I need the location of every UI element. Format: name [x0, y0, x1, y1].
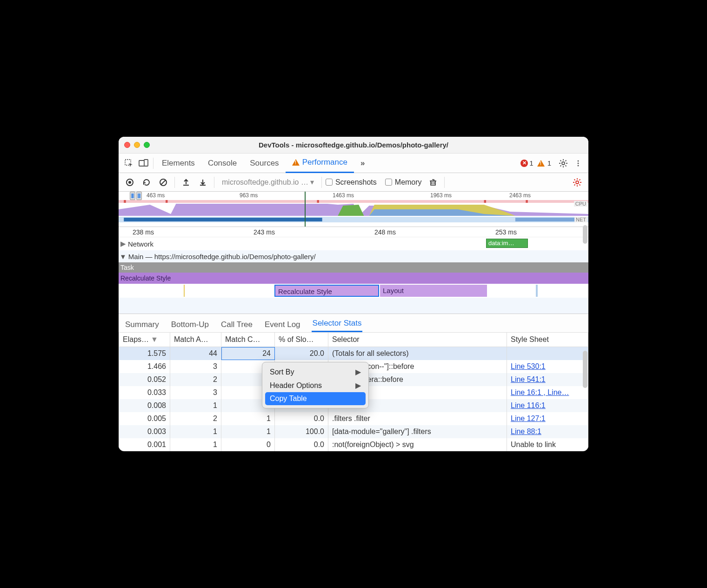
reload-icon[interactable]: [139, 175, 154, 190]
tab-summary[interactable]: Summary: [124, 316, 160, 332]
cell-elapsed: 0.001: [119, 438, 170, 451]
cell-selector: .filters .filter: [328, 412, 507, 425]
tabs-overflow[interactable]: »: [354, 154, 371, 173]
col-elapsed[interactable]: Elaps…▼: [119, 333, 170, 347]
cell-match-attempts: 1: [170, 399, 221, 412]
overview-tick: 1963 ms: [430, 192, 452, 199]
cell-match-count: 1: [221, 425, 275, 438]
task-bar[interactable]: Task: [119, 262, 588, 273]
more-menu-icon[interactable]: [571, 156, 586, 171]
cell-selector: [data-module="gallery"] .filters: [328, 425, 507, 438]
col-selector[interactable]: Selector: [328, 333, 507, 347]
col-match-count[interactable]: Match C…: [221, 333, 275, 347]
memory-checkbox[interactable]: Memory: [385, 178, 422, 187]
ctx-copy-table[interactable]: Copy Table: [265, 392, 366, 405]
target-dropdown-label: microsoftedge.github.io …: [222, 178, 308, 187]
stylesheet-link[interactable]: Line 530:1: [511, 362, 546, 370]
ctx-sort-by[interactable]: Sort By ▶: [262, 365, 368, 379]
overview-marker: [305, 192, 306, 227]
recalc-style-bar-2[interactable]: Recalculate Style: [274, 285, 379, 297]
cell-stylesheet: [507, 347, 588, 361]
tab-performance-label: Performance: [302, 158, 347, 167]
cell-pct-slow: 20.0: [275, 347, 328, 361]
detail-tick: 253 ms: [495, 228, 517, 236]
tab-console[interactable]: Console: [201, 154, 243, 173]
timeline-overview[interactable]: 463 ms 963 ms 1463 ms 1963 ms 2463 ms CP…: [119, 192, 588, 227]
screenshots-label: Screenshots: [335, 178, 377, 187]
cell-stylesheet: Line 116:1: [507, 399, 588, 412]
flame-spacer: [119, 298, 588, 314]
clear-icon[interactable]: [156, 175, 171, 190]
screenshots-checkbox[interactable]: Screenshots: [326, 178, 377, 187]
garbage-collect-icon[interactable]: [426, 175, 440, 190]
context-menu: Sort By ▶ Header Options ▶ Copy Table: [262, 362, 369, 408]
table-row[interactable]: 0.00311100.0[data-module="gallery"] .fil…: [119, 425, 588, 438]
cpu-label: CPU: [574, 201, 587, 207]
svg-rect-20: [124, 218, 322, 221]
col-match-attempts[interactable]: Match A…: [170, 333, 221, 347]
cell-elapsed: 1.466: [119, 360, 170, 373]
sort-desc-icon: ▼: [151, 335, 158, 343]
scrollbar[interactable]: [583, 225, 587, 244]
col-stylesheet[interactable]: Style Sheet: [507, 333, 588, 347]
warnings-count: 1: [547, 159, 551, 167]
svg-point-12: [576, 181, 579, 184]
upload-icon[interactable]: [179, 175, 193, 190]
errors-badge[interactable]: ✕ 1: [520, 159, 533, 167]
tab-performance[interactable]: Performance: [286, 154, 354, 173]
expand-icon[interactable]: ▶: [120, 240, 126, 248]
svg-line-10: [161, 180, 166, 185]
cell-elapsed: 0.052: [119, 373, 170, 386]
capture-settings-icon[interactable]: [570, 175, 585, 190]
titlebar: DevTools - microsoftedge.github.io/Demos…: [119, 137, 588, 154]
svg-rect-13: [119, 200, 588, 203]
warnings-badge[interactable]: 1: [537, 159, 551, 167]
download-icon[interactable]: [195, 175, 210, 190]
device-toolbar-icon[interactable]: [136, 156, 151, 171]
overview-tick: 963 ms: [240, 192, 258, 199]
tab-bottom-up[interactable]: Bottom-Up: [170, 316, 210, 332]
network-label: Network: [127, 240, 153, 248]
tab-sources[interactable]: Sources: [243, 154, 285, 173]
stylesheet-link[interactable]: Line 541:1: [511, 375, 546, 383]
table-row[interactable]: 1.575442420.0(Totals for all selectors): [119, 347, 588, 361]
stylesheet-link[interactable]: Line 127:1: [511, 414, 546, 422]
collapse-icon[interactable]: ▼: [120, 253, 127, 261]
col-pct-slow[interactable]: % of Slo…: [275, 333, 328, 347]
recalc-style-bar-1[interactable]: Recalculate Style: [119, 273, 588, 284]
ctx-header-options[interactable]: Header Options ▶: [262, 379, 368, 392]
table-row[interactable]: 0.005210.0.filters .filterLine 127:1: [119, 412, 588, 425]
window-controls: [124, 142, 150, 148]
errors-count: 1: [529, 159, 533, 167]
close-window-button[interactable]: [124, 142, 130, 148]
table-row[interactable]: 0.001100.0:not(foreignObject) > svgUnabl…: [119, 438, 588, 451]
main-track[interactable]: ▼ Main — https://microsoftedge.github.io…: [119, 250, 588, 262]
flame-chart[interactable]: Task Recalculate Style Recalculate Style…: [119, 262, 588, 314]
tab-call-tree[interactable]: Call Tree: [220, 316, 253, 332]
scrollbar[interactable]: [583, 351, 587, 388]
overview-handle-left[interactable]: [130, 192, 135, 200]
svg-point-5: [578, 162, 579, 164]
network-track[interactable]: ▶ Network data:im…: [119, 237, 588, 250]
cell-match-attempts: 3: [170, 386, 221, 399]
detail-ruler[interactable]: 238 ms 243 ms 248 ms 253 ms: [119, 227, 588, 237]
tab-elements[interactable]: Elements: [155, 154, 201, 173]
stylesheet-link[interactable]: Line 16:1 , Line…: [511, 388, 569, 396]
overview-tick: 1463 ms: [333, 192, 354, 199]
tab-event-log[interactable]: Event Log: [264, 316, 301, 332]
stylesheet-link[interactable]: Line 88:1: [511, 428, 541, 435]
settings-icon[interactable]: [556, 156, 571, 171]
layout-bar[interactable]: Layout: [380, 285, 487, 297]
cell-stylesheet: Line 541:1: [507, 373, 588, 386]
maximize-window-button[interactable]: [144, 142, 150, 148]
tab-selector-stats[interactable]: Selector Stats: [312, 315, 363, 332]
overview-handle-right[interactable]: [136, 192, 142, 200]
cell-stylesheet: Line 530:1: [507, 360, 588, 373]
inspect-element-icon[interactable]: [121, 156, 136, 171]
cell-elapsed: 0.033: [119, 386, 170, 399]
target-dropdown[interactable]: microsoftedge.github.io … ▾: [218, 178, 318, 187]
stylesheet-link[interactable]: Line 116:1: [511, 401, 546, 409]
network-item[interactable]: data:im…: [486, 239, 528, 248]
record-icon[interactable]: [122, 175, 137, 190]
minimize-window-button[interactable]: [134, 142, 140, 148]
